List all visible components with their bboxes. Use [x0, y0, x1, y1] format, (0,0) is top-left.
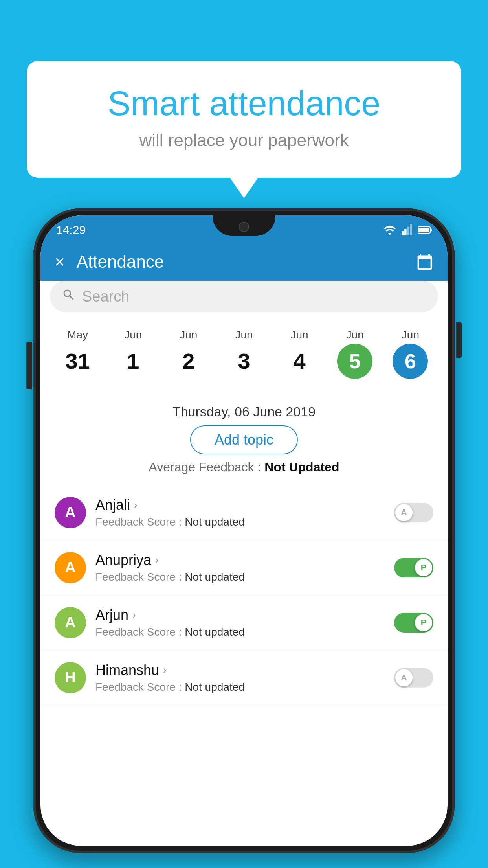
svg-rect-6: [431, 229, 432, 231]
student-avatar-anupriya: A: [55, 552, 86, 583]
avg-feedback-label: Average Feedback :: [149, 460, 265, 474]
phone-screen: 14:29: [40, 215, 448, 846]
search-bar[interactable]: Search: [50, 281, 438, 312]
search-icon: [62, 288, 76, 305]
svg-rect-5: [418, 228, 429, 232]
chevron-right-icon: ›: [134, 499, 138, 511]
phone-notch: [213, 215, 275, 236]
calendar-icon[interactable]: [416, 253, 433, 270]
cal-day-jun1[interactable]: Jun 1: [110, 329, 157, 379]
student-name-arjun: Arjun ›: [95, 607, 394, 623]
wifi-icon: [383, 224, 396, 235]
avg-feedback: Average Feedback : Not Updated: [40, 460, 448, 474]
search-placeholder: Search: [82, 288, 129, 305]
add-topic-button[interactable]: Add topic: [190, 425, 298, 454]
student-item-anupriya[interactable]: A Anupriya › Feedback Score : Not update…: [40, 540, 448, 595]
attendance-toggle-arjun[interactable]: P: [394, 613, 433, 633]
signal-icon: [401, 224, 413, 235]
toggle-knob: A: [395, 669, 413, 686]
student-avatar-himanshu: H: [55, 662, 86, 693]
student-avatar-anjali: A: [55, 497, 86, 528]
student-item-arjun[interactable]: A Arjun › Feedback Score : Not updated P: [40, 595, 448, 650]
student-feedback-arjun: Feedback Score : Not updated: [95, 626, 394, 638]
cal-day-jun5[interactable]: Jun 5: [331, 329, 378, 379]
calendar-row: May 31 Jun 1 Jun 2: [40, 321, 448, 379]
attendance-toggle-anupriya[interactable]: P: [394, 558, 433, 577]
speech-bubble: Smart attendance will replace your paper…: [27, 61, 461, 178]
cal-day-may31[interactable]: May 31: [54, 329, 101, 379]
student-item-himanshu[interactable]: H Himanshu › Feedback Score : Not update…: [40, 650, 448, 705]
student-name-anupriya: Anupriya ›: [95, 552, 394, 568]
chevron-right-icon: ›: [163, 664, 167, 676]
chevron-right-icon: ›: [155, 554, 159, 566]
attendance-toggle-anjali[interactable]: A: [394, 503, 433, 522]
avg-feedback-value: Not Updated: [264, 460, 339, 474]
student-feedback-anjali: Feedback Score : Not updated: [95, 516, 394, 528]
svg-rect-2: [407, 227, 409, 235]
cal-day-jun6[interactable]: Jun 6: [387, 329, 434, 379]
toggle-knob: P: [415, 559, 432, 576]
student-info-himanshu: Himanshu › Feedback Score : Not updated: [95, 662, 394, 693]
phone-camera: [239, 222, 249, 232]
student-item-anjali[interactable]: A Anjali › Feedback Score : Not updated …: [40, 485, 448, 540]
speech-bubble-subtitle: will replace your paperwork: [58, 131, 430, 150]
speech-bubble-container: Smart attendance will replace your paper…: [27, 61, 461, 178]
speech-bubble-title: Smart attendance: [58, 85, 430, 123]
toggle-knob: A: [395, 504, 413, 521]
student-feedback-himanshu: Feedback Score : Not updated: [95, 681, 394, 693]
selected-date-label: Thursday, 06 June 2019: [40, 404, 448, 419]
svg-rect-1: [404, 229, 407, 235]
student-info-arjun: Arjun › Feedback Score : Not updated: [95, 607, 394, 638]
student-name-himanshu: Himanshu ›: [95, 662, 394, 679]
cal-day-jun3[interactable]: Jun 3: [220, 329, 268, 379]
toggle-knob: P: [415, 614, 432, 631]
close-button[interactable]: ×: [55, 252, 65, 272]
student-avatar-arjun: A: [55, 607, 86, 638]
attendance-toggle-himanshu[interactable]: A: [394, 668, 433, 688]
chevron-right-icon: ›: [132, 609, 136, 621]
student-name-anjali: Anjali ›: [95, 497, 394, 513]
battery-icon: [418, 226, 432, 234]
phone-frame: 14:29: [33, 208, 455, 853]
student-list: A Anjali › Feedback Score : Not updated …: [40, 485, 448, 846]
student-info-anupriya: Anupriya › Feedback Score : Not updated: [95, 552, 394, 583]
status-icons: [383, 223, 432, 235]
header-title: Attendance: [77, 252, 416, 272]
cal-day-jun2[interactable]: Jun 2: [165, 329, 212, 379]
svg-rect-3: [410, 224, 412, 235]
student-feedback-anupriya: Feedback Score : Not updated: [95, 571, 394, 583]
phone-outer: 14:29: [33, 208, 455, 853]
cal-day-jun4[interactable]: Jun 4: [276, 329, 323, 379]
status-time: 14:29: [56, 222, 86, 237]
student-info-anjali: Anjali › Feedback Score : Not updated: [95, 497, 394, 528]
app-header: × Attendance: [40, 243, 448, 281]
svg-rect-0: [402, 231, 404, 235]
